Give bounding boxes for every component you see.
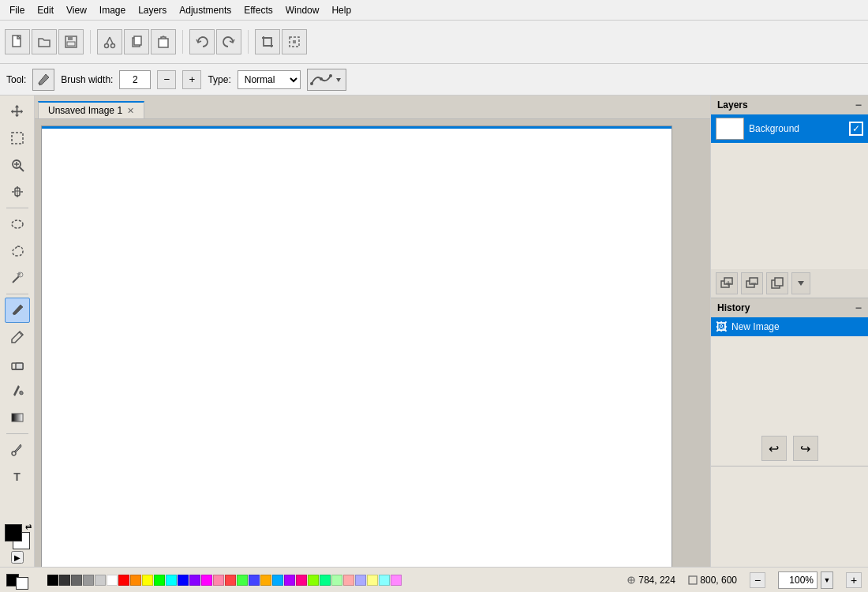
- palette-swatch-1[interactable]: [59, 575, 70, 586]
- palette-swatch-12[interactable]: [189, 575, 200, 586]
- move-tool[interactable]: [5, 99, 30, 124]
- brush-width-input[interactable]: [119, 70, 151, 89]
- menu-effects[interactable]: Effects: [238, 3, 279, 17]
- duplicate-layer-btn[interactable]: [766, 272, 788, 294]
- palette-swatch-22[interactable]: [308, 575, 319, 586]
- copy-button[interactable]: [124, 29, 149, 54]
- brush-tool-icon: [32, 69, 54, 91]
- history-panel-minimize[interactable]: −: [855, 302, 862, 314]
- menu-edit[interactable]: Edit: [31, 3, 60, 17]
- palette-swatch-28[interactable]: [379, 575, 390, 586]
- menu-window[interactable]: Window: [279, 3, 326, 17]
- svg-line-7: [107, 37, 110, 44]
- transform-button[interactable]: [282, 29, 307, 54]
- palette-swatch-7[interactable]: [130, 575, 141, 586]
- palette-swatch-18[interactable]: [260, 575, 271, 586]
- swap-colors-btn[interactable]: ⇄: [25, 523, 32, 531]
- menu-view[interactable]: View: [60, 3, 93, 17]
- palette-swatch-4[interactable]: [95, 575, 106, 586]
- palette-swatch-14[interactable]: [213, 575, 224, 586]
- palette-swatch-29[interactable]: [391, 575, 402, 586]
- tab-close-btn[interactable]: ✕: [127, 106, 134, 116]
- fill-tool[interactable]: [5, 378, 30, 403]
- svg-rect-34: [16, 363, 23, 369]
- palette-swatch-5[interactable]: [107, 575, 118, 586]
- delete-layer-btn[interactable]: [741, 272, 763, 294]
- svg-line-8: [110, 37, 113, 44]
- palette-swatch-16[interactable]: [237, 575, 248, 586]
- palette-swatch-0[interactable]: [47, 575, 58, 586]
- gradient-tool[interactable]: [5, 405, 30, 430]
- palette-swatch-20[interactable]: [284, 575, 295, 586]
- color-preview[interactable]: ⇄: [5, 524, 30, 549]
- brush-tool[interactable]: [5, 298, 30, 323]
- add-layer-btn[interactable]: [716, 272, 738, 294]
- layer-visibility-check[interactable]: ✓: [849, 122, 863, 136]
- brush-type-select[interactable]: Normal Soft Hard: [238, 70, 301, 89]
- eraser-tool[interactable]: [5, 351, 30, 377]
- history-item-new-image[interactable]: 🖼 New Image: [711, 317, 868, 336]
- save-button[interactable]: [58, 29, 84, 54]
- palette-swatch-8[interactable]: [142, 575, 153, 586]
- menu-image[interactable]: Image: [93, 3, 132, 17]
- open-button[interactable]: [32, 29, 57, 54]
- palette-swatch-21[interactable]: [296, 575, 307, 586]
- zoom-input[interactable]: [778, 571, 817, 589]
- menu-layers[interactable]: Layers: [132, 3, 173, 17]
- redo-button[interactable]: [216, 29, 241, 54]
- history-undo-btn[interactable]: ↩: [761, 436, 787, 461]
- canvas-tab-1[interactable]: Unsaved Image 1 ✕: [38, 101, 144, 118]
- marquee-rect-tool[interactable]: [5, 126, 30, 151]
- layer-item-background[interactable]: Background ✓: [711, 114, 868, 143]
- zoom-out-btn[interactable]: −: [750, 572, 765, 588]
- new-button[interactable]: [5, 29, 30, 54]
- palette-swatch-3[interactable]: [83, 575, 94, 586]
- palette-swatch-13[interactable]: [201, 575, 212, 586]
- palette-swatch-27[interactable]: [367, 575, 378, 586]
- palette-swatch-10[interactable]: [166, 575, 177, 586]
- paste-button[interactable]: [151, 29, 176, 54]
- palette-swatch-25[interactable]: [343, 575, 354, 586]
- curve-options-btn[interactable]: [307, 69, 346, 91]
- palette-swatch-24[interactable]: [331, 575, 342, 586]
- menu-help[interactable]: Help: [325, 3, 357, 17]
- undo-button[interactable]: [189, 29, 215, 54]
- foreground-color-swatch[interactable]: [5, 524, 22, 541]
- canvas-container[interactable]: [35, 119, 710, 567]
- toolbox-expand-btn[interactable]: ▶: [11, 551, 24, 564]
- magic-wand-tool[interactable]: [5, 265, 30, 290]
- layer-options-btn[interactable]: [791, 272, 810, 294]
- zoom-tool[interactable]: [5, 152, 30, 178]
- drawing-canvas[interactable]: [41, 126, 672, 567]
- crop-button[interactable]: [255, 29, 280, 54]
- palette-swatch-11[interactable]: [178, 575, 189, 586]
- bg-color-indicator[interactable]: [16, 577, 28, 590]
- palette-swatch-26[interactable]: [355, 575, 366, 586]
- menu-adjustments[interactable]: Adjustments: [173, 3, 238, 17]
- coordinates-label: 784, 224: [627, 575, 675, 586]
- history-new-image-label: New Image: [731, 321, 780, 332]
- zoom-in-btn[interactable]: +: [846, 572, 862, 588]
- lasso-tool[interactable]: [5, 238, 30, 264]
- layers-panel-minimize[interactable]: −: [855, 99, 862, 111]
- eyedropper-tool[interactable]: [5, 437, 30, 463]
- brush-width-increase[interactable]: +: [182, 70, 201, 89]
- palette-swatch-23[interactable]: [320, 575, 331, 586]
- marquee-ellipse-tool[interactable]: [5, 212, 30, 237]
- palette-swatch-6[interactable]: [118, 575, 129, 586]
- history-redo-btn[interactable]: ↪: [793, 436, 818, 461]
- zoom-dropdown-btn[interactable]: ▼: [821, 571, 833, 589]
- pan-tool[interactable]: [5, 179, 30, 204]
- palette-swatch-17[interactable]: [249, 575, 260, 586]
- brush-width-decrease[interactable]: −: [157, 70, 176, 89]
- palette-swatch-2[interactable]: [71, 575, 82, 586]
- svg-point-15: [310, 82, 313, 85]
- palette-swatch-15[interactable]: [225, 575, 236, 586]
- palette-swatch-19[interactable]: [272, 575, 283, 586]
- menu-file[interactable]: File: [3, 3, 31, 17]
- text-tool[interactable]: T: [5, 464, 30, 489]
- history-panel-title: History: [717, 302, 750, 313]
- pencil-tool[interactable]: [5, 324, 30, 350]
- cut-button[interactable]: [97, 29, 122, 54]
- palette-swatch-9[interactable]: [154, 575, 165, 586]
